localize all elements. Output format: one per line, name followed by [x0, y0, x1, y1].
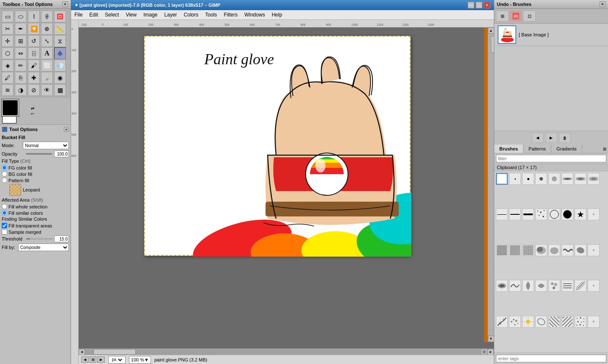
undo-forward-btn[interactable]: ► — [545, 133, 557, 143]
brush-grunge1[interactable] — [548, 280, 560, 292]
tool-bucket-fill[interactable] — [54, 47, 66, 59]
tool-ellipse-select[interactable]: ⬭ — [15, 11, 27, 22]
scroll-left-btn[interactable]: ◄ — [79, 349, 85, 355]
brush-rough2[interactable] — [575, 244, 586, 256]
brush-line-medium[interactable] — [509, 208, 521, 220]
tab-gradients[interactable]: Gradients — [551, 145, 582, 153]
brush-smear2[interactable] — [509, 280, 521, 292]
tool-color-select[interactable] — [54, 11, 66, 22]
zoom-dropdown-btn[interactable]: ▼ — [144, 357, 149, 362]
brush-scatter1[interactable] — [535, 208, 547, 220]
fg-color-swatch[interactable] — [2, 99, 19, 116]
right-panel-close-btn[interactable]: × — [600, 1, 605, 7]
tool-flip[interactable]: ⇔ — [15, 47, 27, 59]
tool-paintbrush[interactable]: 🖌 — [28, 60, 40, 71]
brush-stipple1[interactable] — [575, 316, 586, 328]
tool-dodge-burn[interactable]: ◑ — [15, 84, 27, 96]
fill-transparent-checkbox[interactable] — [2, 223, 7, 228]
brush-star[interactable]: ★ — [575, 208, 586, 220]
tool-fuzzy-select[interactable] — [41, 11, 53, 22]
brush-spread1[interactable] — [561, 173, 573, 185]
brush-pattern2[interactable] — [561, 316, 573, 328]
brush-dot-small2[interactable] — [535, 173, 547, 185]
tool-clone[interactable]: ⎘ — [15, 72, 27, 84]
brush-diagonal1[interactable] — [575, 280, 586, 292]
scroll-up-btn[interactable]: ▲ — [488, 27, 494, 34]
brush-circle-outline[interactable] — [548, 208, 560, 220]
menu-filters[interactable]: Filters — [220, 11, 241, 19]
swap-colors-btn[interactable]: ⇄ — [31, 106, 34, 111]
brush-spatter1[interactable] — [509, 316, 521, 328]
bg-fill-radio[interactable] — [2, 171, 7, 177]
brush-texture3[interactable] — [522, 244, 534, 256]
brush-line-thick[interactable] — [522, 208, 534, 220]
brush-leaf2[interactable] — [535, 280, 547, 292]
brush-tags-input[interactable] — [496, 355, 606, 362]
tool-rotate[interactable]: ↺ — [28, 35, 40, 47]
undo-thumb[interactable] — [498, 25, 516, 44]
menu-image[interactable]: Image — [140, 11, 161, 19]
tool-heal[interactable]: ✚ — [28, 72, 40, 84]
undo-view-btn2[interactable]: im — [509, 11, 522, 22]
reset-colors-btn[interactable]: ↩ — [31, 112, 34, 116]
tool-cage[interactable]: ⌻ — [28, 47, 40, 59]
mode-select[interactable]: Normal Multiply Screen — [23, 142, 69, 149]
brush-round-large[interactable] — [561, 208, 573, 220]
tool-align[interactable]: ⊞ — [15, 35, 27, 47]
menu-view[interactable]: View — [122, 11, 140, 19]
tool-scale[interactable]: ⤡ — [41, 35, 53, 47]
tool-airbrush[interactable]: 💨 — [54, 60, 66, 71]
opacity-value[interactable] — [54, 151, 69, 157]
gimp-close-btn[interactable]: × — [484, 2, 490, 8]
scroll-thumb-v[interactable] — [491, 36, 494, 53]
threshold-value[interactable] — [54, 235, 69, 242]
tool-free-select[interactable]: ⌇ — [28, 11, 40, 22]
tab-patterns[interactable]: Patterns — [523, 145, 551, 153]
brush-organic1[interactable] — [535, 316, 547, 328]
tool-desaturate[interactable]: ⊘ — [28, 84, 40, 96]
brush-dot-tiny[interactable] — [509, 173, 521, 185]
tool-text[interactable]: A — [41, 47, 53, 59]
fg-fill-radio[interactable] — [2, 165, 7, 170]
brush-vine1[interactable] — [496, 316, 508, 328]
tool-ink[interactable]: 🖊 — [2, 72, 14, 84]
undo-delete-btn[interactable]: 🗑 — [559, 133, 571, 143]
menu-help[interactable]: Help — [268, 11, 286, 19]
tool-paths[interactable]: ✒ — [15, 23, 27, 35]
brush-cloud1[interactable] — [535, 244, 547, 256]
scroll-thumb-h[interactable] — [93, 349, 136, 355]
tool-blend[interactable]: ◈ — [2, 60, 14, 71]
tool-measure[interactable]: 📐 — [54, 23, 66, 35]
canvas-viewport[interactable]: Paint glove — [79, 27, 494, 348]
tab-brushes[interactable]: Brushes — [494, 145, 523, 153]
menu-tools[interactable]: Tools — [202, 11, 220, 19]
nav-next-btn[interactable]: ► — [97, 356, 105, 363]
tool-color-rotate[interactable]: ▩ — [54, 84, 66, 96]
brush-cloud2[interactable] — [548, 244, 560, 256]
tool-smudge[interactable]: ≋ — [2, 84, 14, 96]
scroll-down-btn[interactable]: ▼ — [488, 336, 494, 342]
fill-by-select[interactable]: Composite Transfer — [18, 244, 69, 251]
brush-sun1[interactable] — [522, 316, 534, 328]
brush-texture1[interactable] — [496, 244, 508, 256]
brush-texture2[interactable] — [509, 244, 521, 256]
brush-spread3[interactable] — [588, 173, 600, 185]
menu-edit[interactable]: Edit — [86, 11, 101, 19]
scroll-crosshair[interactable]: + — [481, 349, 487, 355]
unit-select[interactable]: px % — [110, 356, 123, 363]
brush-spread2[interactable] — [575, 173, 586, 185]
gimp-maximize-btn[interactable]: □ — [476, 2, 482, 8]
tool-shear[interactable]: ⧖ — [54, 35, 66, 47]
tool-perspective[interactable]: ⬡ — [2, 47, 14, 59]
brushes-expand-btn[interactable]: ⊞ — [601, 145, 608, 153]
brush-line-thin[interactable] — [496, 208, 508, 220]
tool-eraser[interactable]: ⬜ — [41, 60, 53, 71]
undo-view-btn1[interactable]: ⊞ — [496, 11, 509, 22]
tool-red-eye[interactable]: 👁 — [41, 84, 53, 96]
tool-rect-select[interactable]: ▭ — [2, 11, 14, 22]
tool-options-close[interactable]: × — [64, 127, 69, 132]
brush-smear1[interactable] — [496, 280, 508, 292]
tool-perspective-clone[interactable]: ⟓ — [41, 72, 53, 84]
toolbox-close-btn[interactable]: × — [62, 1, 68, 7]
brush-leaf1[interactable] — [522, 280, 534, 292]
